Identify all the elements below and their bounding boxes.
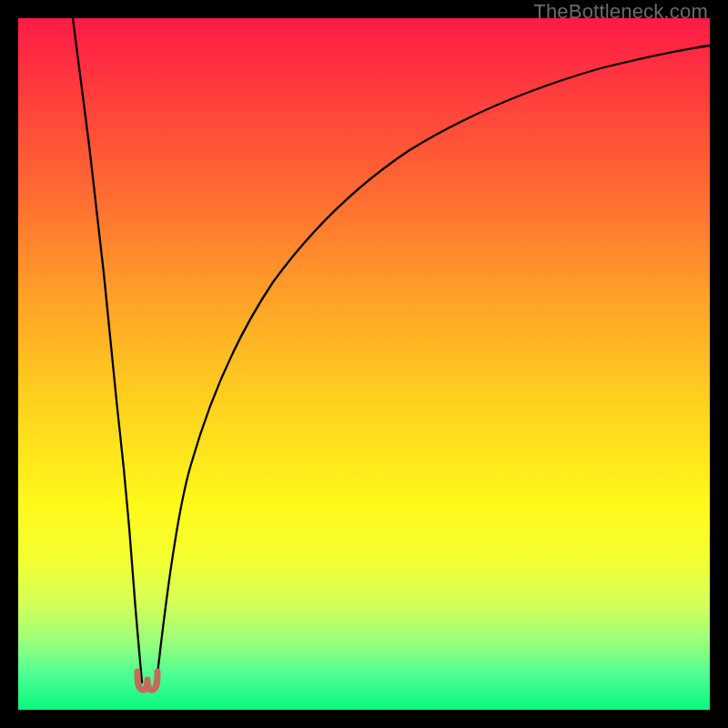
bottleneck-curve bbox=[18, 18, 710, 710]
curve-right-branch bbox=[157, 46, 710, 682]
chart-frame: TheBottleneck.com bbox=[0, 0, 728, 728]
plot-area bbox=[18, 18, 710, 710]
watermark-text: TheBottleneck.com bbox=[533, 0, 708, 24]
valley-marker bbox=[132, 668, 163, 693]
u-shape-icon bbox=[137, 672, 157, 690]
curve-left-branch bbox=[73, 18, 142, 682]
